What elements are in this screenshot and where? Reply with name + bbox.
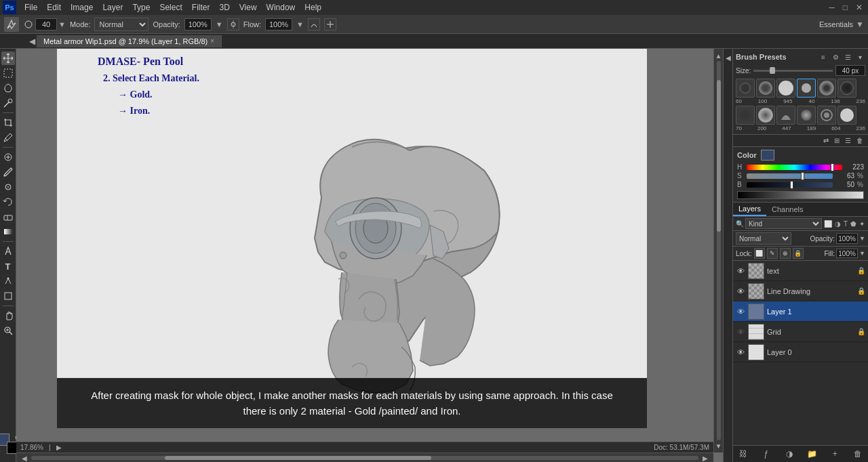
brush-preset-7[interactable]: [736, 106, 755, 125]
fill-dropdown-arrow[interactable]: ▼: [859, 250, 865, 257]
panel-collapse-button[interactable]: ◀: [723, 49, 732, 462]
tool-path-select[interactable]: [1, 274, 15, 288]
link-layers-button[interactable]: ⛓: [737, 448, 749, 460]
tool-pen[interactable]: [1, 245, 15, 258]
layer-visibility-text[interactable]: 👁: [736, 266, 745, 276]
brush-preset-10[interactable]: [797, 106, 816, 125]
scroll-up-button[interactable]: ▲: [714, 50, 723, 61]
menu-layer[interactable]: Layer: [98, 1, 127, 14]
tool-eraser[interactable]: [1, 210, 15, 224]
tool-gradient[interactable]: [1, 225, 15, 238]
tool-crop[interactable]: [1, 116, 15, 129]
close-button[interactable]: ✕: [853, 1, 865, 14]
brush-preset-12[interactable]: [837, 106, 856, 125]
layer-visibility-layer0[interactable]: 👁: [736, 348, 745, 357]
layer-visibility-grid[interactable]: 👁: [736, 327, 745, 337]
s-slider-thumb[interactable]: [801, 172, 804, 180]
menu-file[interactable]: File: [20, 1, 41, 14]
layer-row-layer1[interactable]: 👁 Layer 1: [733, 301, 868, 322]
brush-preset-9[interactable]: [776, 106, 795, 125]
tab-channels[interactable]: Channels: [766, 203, 808, 215]
opacity-arrows[interactable]: ▼: [216, 20, 223, 28]
filter-smart-icon[interactable]: ✦: [859, 219, 865, 228]
layer-row-layer0[interactable]: 👁 Layer 0: [733, 342, 868, 362]
brush-size-arrows[interactable]: ▼: [58, 20, 66, 28]
lock-pixels-button[interactable]: ⬜: [754, 248, 765, 259]
scroll-right-button[interactable]: ▶: [698, 455, 712, 461]
vertical-scroll-thumb[interactable]: [717, 80, 721, 232]
airbrush-toggle[interactable]: [227, 18, 239, 30]
pressure-button[interactable]: [308, 18, 320, 30]
lock-all-button[interactable]: 🔒: [793, 248, 804, 259]
panel-icon-trash[interactable]: 🗑: [854, 136, 865, 145]
canvas-area[interactable]: DMASE- Pen Tool 2. Select Each Material.…: [16, 49, 723, 462]
menu-view[interactable]: View: [235, 1, 261, 14]
blend-mode-select[interactable]: Normal: [736, 232, 791, 245]
horizontal-scroll-thumb[interactable]: [165, 456, 432, 460]
tab-close-button[interactable]: ×: [210, 37, 214, 45]
tool-marquee[interactable]: [1, 66, 15, 80]
layer-row-text[interactable]: 👁 text 🔒: [733, 261, 868, 281]
lock-position-button[interactable]: ✎: [767, 248, 778, 259]
filter-adjust-icon[interactable]: ◑: [834, 219, 842, 228]
flow-input[interactable]: [265, 18, 292, 30]
opacity-dropdown-arrow[interactable]: ▼: [859, 235, 865, 242]
layer-visibility-linedrawing[interactable]: 👁: [736, 287, 745, 296]
h-slider[interactable]: [747, 165, 842, 170]
menu-edit[interactable]: Edit: [43, 1, 65, 14]
flow-arrows[interactable]: ▼: [296, 20, 304, 28]
brush-size-input[interactable]: 40: [35, 18, 57, 30]
filter-text-icon[interactable]: T: [843, 219, 848, 228]
tool-text[interactable]: T: [1, 259, 15, 273]
brush-preset-6[interactable]: [837, 79, 856, 98]
h-slider-thumb[interactable]: [831, 163, 834, 171]
layer-kind-filter[interactable]: Kind: [745, 218, 822, 229]
timeline-button[interactable]: ▶: [56, 444, 62, 451]
b-slider[interactable]: [747, 182, 833, 188]
mode-select[interactable]: Normal: [94, 18, 149, 31]
tool-lasso[interactable]: [1, 81, 15, 95]
brush-presets-collapse-icon[interactable]: ▾: [854, 51, 865, 62]
layer-row-grid[interactable]: 👁 Grid 🔒: [733, 322, 868, 342]
symmetry-button[interactable]: [324, 18, 336, 30]
menu-help[interactable]: Help: [300, 1, 326, 14]
add-style-button[interactable]: ƒ: [760, 448, 772, 460]
vertical-scrollbar[interactable]: ▲ ▼: [713, 49, 723, 453]
brush-preset-5[interactable]: [817, 79, 836, 98]
new-group-button[interactable]: 📁: [806, 448, 818, 460]
panel-icon-link[interactable]: ⇄: [821, 136, 831, 145]
menu-3d[interactable]: 3D: [215, 1, 233, 14]
tool-zoom[interactable]: [1, 324, 15, 337]
tool-spot-healing[interactable]: [1, 150, 15, 164]
size-slider[interactable]: [753, 70, 833, 72]
tool-shape[interactable]: [1, 289, 15, 303]
tool-hand[interactable]: [1, 309, 15, 322]
color-preview-swatch[interactable]: [761, 150, 774, 161]
filter-shape-icon[interactable]: ⬟: [850, 219, 857, 228]
menu-select[interactable]: Select: [155, 1, 186, 14]
brush-preset-1[interactable]: [736, 79, 755, 98]
brush-presets-settings-icon[interactable]: ⚙: [830, 51, 841, 62]
tab-layers[interactable]: Layers: [733, 203, 766, 216]
minimize-button[interactable]: ─: [826, 1, 837, 14]
tool-eyedropper[interactable]: [1, 131, 15, 144]
menu-type[interactable]: Type: [128, 1, 154, 14]
b-slider-thumb[interactable]: [790, 181, 793, 189]
new-layer-button[interactable]: +: [829, 448, 841, 460]
brush-presets-menu-icon[interactable]: ☰: [842, 51, 853, 62]
reset-colors-icon[interactable]: ↩: [0, 449, 1, 455]
panel-icon-list[interactable]: ☰: [843, 136, 853, 145]
document-tab[interactable]: Metal armor Wip1.psd @ 17.9% (Layer 1, R…: [37, 35, 222, 47]
tool-history-brush[interactable]: [1, 195, 15, 209]
opacity-value-input[interactable]: [836, 233, 858, 244]
color-gradient-bar[interactable]: [737, 191, 864, 199]
scroll-down-button[interactable]: ▼: [714, 440, 723, 451]
horizontal-scroll-track[interactable]: [31, 456, 698, 460]
filter-pixel-icon[interactable]: ⬜: [823, 219, 833, 228]
menu-filter[interactable]: Filter: [188, 1, 214, 14]
scroll-left-button[interactable]: ◀: [18, 455, 31, 461]
brush-preset-11[interactable]: [817, 106, 836, 125]
opacity-input[interactable]: [184, 18, 212, 30]
horizontal-scrollbar[interactable]: ◀ ▶: [16, 453, 713, 462]
s-slider[interactable]: [747, 173, 833, 179]
